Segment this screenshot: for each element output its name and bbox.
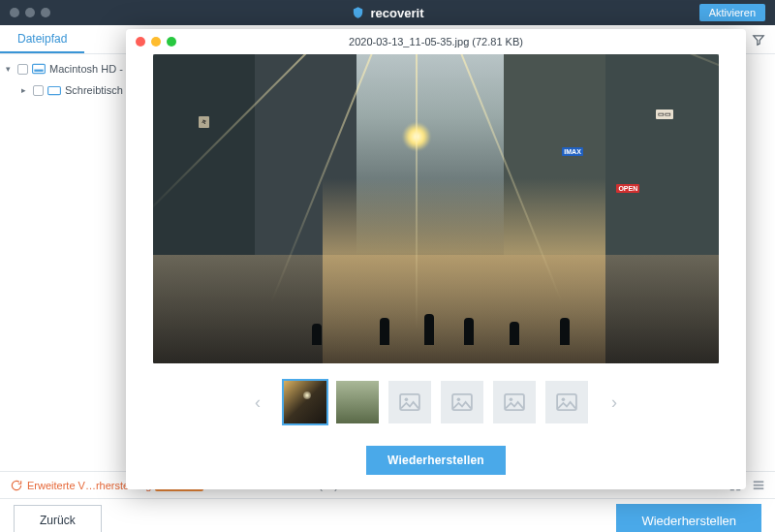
recover-button[interactable]: Wiederherstellen bbox=[616, 504, 761, 533]
close-icon[interactable] bbox=[136, 37, 145, 47]
svg-rect-2 bbox=[48, 87, 61, 95]
close-icon[interactable] bbox=[10, 8, 19, 17]
image-placeholder-icon bbox=[451, 393, 473, 411]
svg-rect-8 bbox=[754, 484, 764, 485]
svg-rect-7 bbox=[754, 481, 764, 483]
tab-filepath[interactable]: Dateipfad bbox=[0, 25, 84, 53]
list-view-icon[interactable] bbox=[752, 479, 765, 492]
svg-point-11 bbox=[405, 398, 409, 402]
preview-recover-button[interactable]: Wiederherstellen bbox=[366, 446, 506, 475]
window-controls[interactable] bbox=[10, 8, 50, 17]
minimize-icon[interactable] bbox=[25, 8, 35, 17]
image-placeholder-icon bbox=[504, 393, 525, 411]
caret-right-icon[interactable]: ▸ bbox=[21, 85, 29, 95]
folder-icon bbox=[47, 84, 61, 96]
thumbnail-3[interactable] bbox=[388, 381, 431, 423]
image-placeholder-icon bbox=[556, 393, 577, 411]
preview-actions: Wiederherstellen bbox=[126, 431, 746, 489]
preview-modal: 2020-03-13_11-05-35.jpg (72.81 KB) OPEN … bbox=[126, 29, 746, 489]
bottombar: Zurück Wiederherstellen bbox=[0, 498, 775, 532]
minimize-icon[interactable] bbox=[151, 37, 161, 47]
brand-logo-icon bbox=[352, 6, 365, 19]
back-button[interactable]: Zurück bbox=[14, 505, 102, 532]
zoom-icon[interactable] bbox=[167, 37, 176, 47]
thumbnail-6[interactable] bbox=[545, 381, 588, 423]
thumbnail-5[interactable] bbox=[493, 381, 536, 423]
brand-text: recoverit bbox=[371, 6, 424, 20]
drive-icon bbox=[32, 63, 46, 75]
checkbox[interactable] bbox=[17, 64, 28, 75]
svg-point-13 bbox=[457, 398, 461, 402]
tree-label: Macintosh HD - I bbox=[49, 63, 129, 75]
svg-point-15 bbox=[510, 398, 513, 402]
preview-titlebar: 2020-03-13_11-05-35.jpg (72.81 KB) bbox=[126, 29, 746, 54]
thumbnail-1[interactable] bbox=[284, 381, 326, 423]
refresh-icon bbox=[10, 479, 23, 492]
svg-rect-9 bbox=[754, 487, 764, 489]
preview-filename: 2020-03-13_11-05-35.jpg (72.81 KB) bbox=[349, 36, 523, 47]
filter-icon[interactable] bbox=[752, 33, 765, 47]
caret-down-icon[interactable]: ▾ bbox=[6, 64, 14, 74]
thumbnail-strip: ‹ › bbox=[126, 373, 746, 431]
titlebar: recoverit Aktivieren bbox=[0, 0, 775, 25]
thumbnail-2[interactable] bbox=[336, 381, 379, 423]
prev-arrow[interactable]: ‹ bbox=[241, 392, 274, 413]
preview-window-controls[interactable] bbox=[136, 37, 176, 47]
image-placeholder-icon bbox=[399, 393, 420, 411]
preview-image: OPEN IMAX ▭▭ 々 bbox=[153, 54, 719, 363]
tree-label: Schreibtisch ( bbox=[65, 84, 130, 96]
svg-point-17 bbox=[562, 398, 566, 402]
checkbox[interactable] bbox=[33, 85, 44, 96]
activate-button[interactable]: Aktivieren bbox=[699, 4, 765, 21]
app-brand: recoverit bbox=[352, 6, 424, 20]
svg-rect-1 bbox=[34, 70, 43, 72]
thumbnail-4[interactable] bbox=[441, 381, 483, 423]
next-arrow[interactable]: › bbox=[598, 392, 631, 413]
svg-rect-0 bbox=[33, 64, 46, 73]
zoom-icon[interactable] bbox=[41, 8, 50, 17]
